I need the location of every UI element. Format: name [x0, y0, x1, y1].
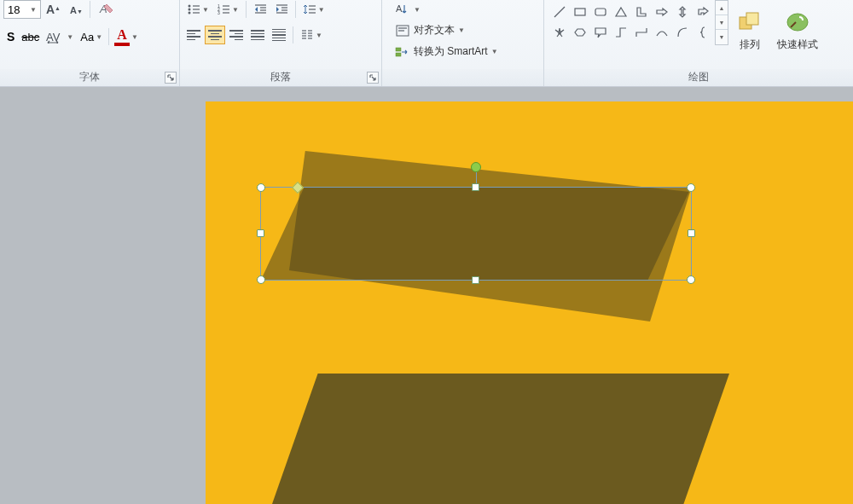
svg-rect-42	[396, 53, 401, 56]
align-left-icon	[187, 30, 200, 40]
shape-hexagon[interactable]	[570, 22, 590, 43]
grow-font-button[interactable]: A▲	[43, 0, 63, 19]
resize-handle-tl[interactable]	[257, 183, 265, 192]
arrange-icon	[736, 9, 763, 36]
resize-handle-ml[interactable]	[257, 229, 264, 237]
paragraph-group-launcher[interactable]	[367, 72, 379, 84]
bottom-parallelogram-shape[interactable]	[272, 374, 729, 504]
quick-style-button[interactable]: 快速样式	[771, 0, 824, 60]
gallery-down-button[interactable]: ▼	[716, 15, 728, 30]
svg-point-6	[189, 5, 191, 8]
shape-arrow-updown[interactable]	[672, 2, 693, 22]
dropdown-arrow-icon: ▼	[202, 6, 209, 14]
font-color-button[interactable]: A ▼	[112, 26, 141, 48]
shape-l[interactable]	[631, 2, 652, 22]
divider	[295, 1, 296, 18]
clear-format-button[interactable]: A	[95, 0, 119, 19]
strikethrough-button[interactable]: S	[3, 27, 18, 46]
strikethrough2-icon: abc	[21, 31, 39, 43]
align-center-button[interactable]	[205, 26, 225, 44]
align-right-icon	[229, 30, 243, 40]
paragraph-group-label: 段落	[180, 69, 381, 86]
text-direction-icon: A	[395, 3, 410, 16]
align-text-group: A ▼ 对齐文本 ▼	[382, 0, 544, 86]
align-text-button[interactable]: 对齐文本 ▼	[391, 20, 502, 40]
change-case-icon: Aa	[80, 31, 94, 43]
dropdown-arrow-icon: ▼	[316, 32, 322, 39]
smartart-button[interactable]: 转换为 SmartArt ▼	[391, 42, 502, 61]
align-center-icon	[208, 30, 222, 40]
change-case-button[interactable]: Aa ▼	[77, 27, 106, 46]
bullets-button[interactable]: ▼	[183, 0, 212, 19]
launcher-icon	[369, 74, 376, 81]
shape-connector2[interactable]	[631, 22, 652, 43]
shape-arrow-turn[interactable]	[693, 2, 713, 22]
shape-rounded-rect[interactable]	[590, 2, 611, 22]
numbering-icon: 1 2 3	[217, 3, 230, 16]
divider	[90, 1, 90, 18]
smartart-icon	[395, 45, 410, 59]
dropdown-arrow-icon: ▼	[67, 33, 73, 41]
dropdown-arrow-icon: ▼	[131, 33, 138, 41]
svg-line-43	[554, 7, 565, 17]
svg-rect-45	[595, 9, 606, 15]
numbering-button[interactable]: 1 2 3 ▼	[213, 0, 242, 19]
svg-rect-41	[396, 48, 401, 51]
gallery-up-button[interactable]: ▲	[716, 1, 728, 15]
char-spacing-button[interactable]: AV ▼	[43, 27, 77, 46]
shape-arc[interactable]	[672, 22, 693, 43]
svg-text:▲: ▲	[55, 5, 60, 11]
gallery-more-button[interactable]: ▼	[716, 30, 728, 44]
drawing-group: ▲ ▼ ▼ 排列 快速样式	[544, 0, 853, 86]
shape-curve[interactable]	[652, 22, 672, 43]
workspace	[0, 87, 853, 504]
font-color-swatch	[114, 43, 130, 46]
drawing-group-label: 绘图	[544, 69, 853, 86]
font-size-value: 18	[8, 3, 20, 16]
svg-point-8	[189, 9, 191, 11]
svg-text:▼: ▼	[77, 9, 82, 14]
columns-icon	[300, 28, 314, 42]
increase-indent-icon	[275, 3, 288, 16]
svg-text:A: A	[396, 3, 403, 14]
selected-parallelogram-shape[interactable]	[261, 188, 691, 280]
align-left-button[interactable]	[183, 26, 204, 44]
resize-handle-mr[interactable]	[688, 229, 695, 237]
shape-brace[interactable]	[693, 22, 713, 43]
shapes-gallery[interactable]	[549, 0, 713, 45]
align-text-label: 对齐文本	[414, 23, 455, 38]
bullets-icon	[187, 3, 200, 16]
font-size-input[interactable]: 18 ▼	[3, 0, 41, 19]
shrink-font-button[interactable]: A▼	[65, 0, 85, 19]
increase-indent-button[interactable]	[271, 0, 292, 19]
font-group-launcher[interactable]	[165, 72, 177, 84]
shape-line[interactable]	[549, 2, 570, 22]
resize-handle-br[interactable]	[687, 275, 695, 284]
shape-star[interactable]	[549, 22, 570, 43]
svg-rect-44	[575, 9, 585, 15]
justify-button[interactable]	[247, 26, 268, 44]
text-direction-button[interactable]: A ▼	[391, 0, 502, 19]
divider	[293, 26, 293, 43]
divider	[246, 1, 247, 18]
grow-font-icon: A▲	[46, 3, 60, 16]
arrange-button[interactable]: 排列	[730, 0, 769, 60]
align-text-icon	[395, 24, 410, 38]
shape-rectangle[interactable]	[570, 2, 590, 22]
strikethrough-icon: S	[7, 30, 15, 43]
decrease-indent-button[interactable]	[250, 0, 270, 19]
line-spacing-button[interactable]: ▼	[299, 0, 328, 19]
svg-text:3: 3	[218, 10, 220, 15]
shape-callout[interactable]	[590, 22, 611, 43]
strikethrough2-button[interactable]: abc	[18, 27, 43, 46]
dropdown-arrow-icon: ▼	[414, 6, 421, 14]
quick-style-label: 快速样式	[777, 38, 818, 52]
shape-connector[interactable]	[611, 22, 631, 43]
align-right-button[interactable]	[226, 26, 247, 44]
shape-triangle[interactable]	[611, 2, 631, 22]
distribute-button[interactable]	[269, 26, 289, 44]
font-color-icon: A	[117, 27, 127, 43]
slide-canvas[interactable]	[206, 101, 853, 504]
columns-button[interactable]: ▼	[297, 26, 326, 44]
shape-arrow-right[interactable]	[652, 2, 672, 22]
